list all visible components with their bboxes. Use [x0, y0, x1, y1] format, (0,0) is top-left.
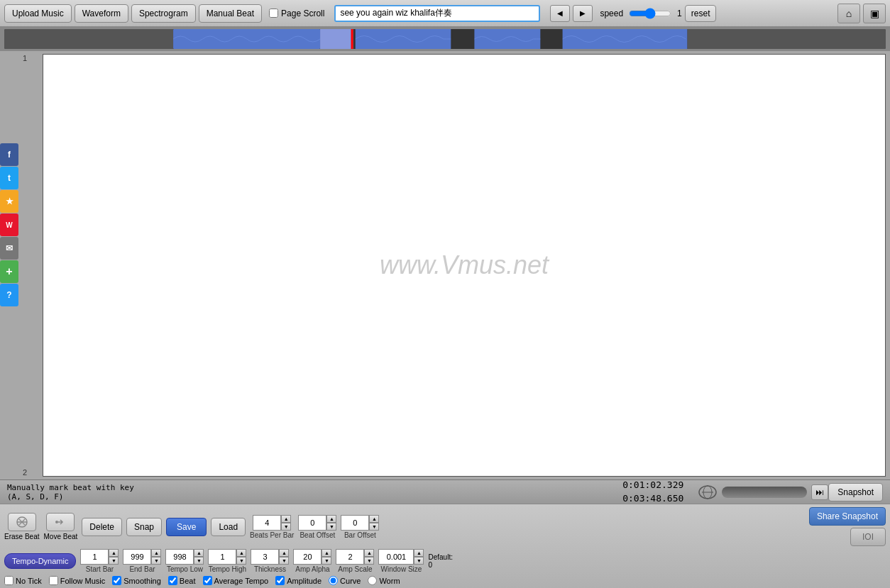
- svg-rect-0: [4, 29, 173, 49]
- beat-offset-up[interactable]: ▲: [326, 515, 336, 523]
- mail-button[interactable]: ✉: [0, 237, 18, 260]
- start-bar-input[interactable]: [80, 549, 109, 565]
- snapshot-button[interactable]: Snapshot: [828, 483, 883, 501]
- tempo-high-down[interactable]: ▼: [236, 557, 246, 565]
- tempo-low-down[interactable]: ▼: [194, 557, 204, 565]
- waveform-button[interactable]: Waveform: [75, 4, 128, 23]
- twitter-button[interactable]: t: [0, 167, 18, 189]
- amp-scale-group: ▲ ▼ Amp Scale: [336, 549, 374, 573]
- follow-music-label[interactable]: Follow Music: [49, 576, 106, 585]
- thickness-down[interactable]: ▼: [279, 557, 289, 565]
- beats-per-bar-up[interactable]: ▲: [281, 515, 291, 523]
- end-bar-up[interactable]: ▲: [151, 549, 161, 557]
- volume-slider[interactable]: [722, 487, 807, 498]
- beat-offset-input[interactable]: [298, 515, 326, 531]
- speed-slider[interactable]: [629, 8, 671, 19]
- time2: 0:03:48.650: [622, 492, 683, 505]
- page-scroll-checkbox[interactable]: [269, 9, 278, 18]
- default-label: Default:: [428, 553, 452, 561]
- bar-offset-down[interactable]: ▼: [369, 523, 379, 531]
- spectrogram-button[interactable]: Spectrogram: [131, 4, 196, 23]
- manual-beat-button[interactable]: Manual Beat: [199, 4, 262, 23]
- iol-button[interactable]: IOI: [850, 528, 886, 546]
- upload-music-button[interactable]: Upload Music: [4, 4, 72, 23]
- bar-offset-up[interactable]: ▲: [369, 515, 379, 523]
- help-icon: ?: [6, 290, 11, 300]
- end-bar-down[interactable]: ▼: [151, 557, 161, 565]
- thickness-input[interactable]: [251, 549, 279, 565]
- home-button[interactable]: ⌂: [837, 4, 860, 23]
- tempo-low-group: ▲ ▼ Tempo Low: [165, 549, 204, 573]
- beat-offset-down[interactable]: ▼: [326, 523, 336, 531]
- help-button[interactable]: ?: [0, 284, 18, 306]
- star-button[interactable]: ★: [0, 190, 18, 213]
- curve-label[interactable]: Curve: [329, 576, 361, 585]
- delete-button[interactable]: Delete: [82, 518, 122, 536]
- average-tempo-label[interactable]: Average Tempo: [203, 576, 269, 585]
- load-button[interactable]: Load: [211, 518, 246, 536]
- speed-area: ◀ ▶ speed 1 reset: [550, 5, 716, 22]
- amp-alpha-down[interactable]: ▼: [322, 557, 331, 565]
- canvas-area[interactable]: www.Vmus.net: [43, 54, 886, 477]
- end-bar-input[interactable]: [123, 549, 151, 565]
- amp-scale-up[interactable]: ▲: [364, 549, 374, 557]
- smoothing-checkbox[interactable]: [112, 576, 121, 585]
- beat-label[interactable]: Beat: [168, 576, 196, 585]
- tempo-high-up[interactable]: ▲: [236, 549, 246, 557]
- weibo-button[interactable]: W: [0, 213, 18, 236]
- amp-scale-down[interactable]: ▼: [364, 557, 374, 565]
- follow-music-checkbox[interactable]: [49, 576, 58, 585]
- svg-rect-5: [452, 29, 474, 49]
- play-button[interactable]: ▶: [573, 5, 593, 22]
- amplitude-checkbox[interactable]: [275, 576, 285, 585]
- tempo-high-input[interactable]: [208, 549, 236, 565]
- waveform-container[interactable]: [4, 29, 886, 49]
- average-tempo-checkbox[interactable]: [203, 576, 212, 585]
- curve-radio[interactable]: [329, 576, 338, 585]
- amp-scale-input[interactable]: [336, 549, 364, 565]
- move-beat-button[interactable]: [46, 513, 75, 531]
- beats-per-bar-down[interactable]: ▼: [281, 523, 291, 531]
- amplitude-label[interactable]: Amplitude: [275, 576, 322, 585]
- move-beat-label: Move Beat: [43, 533, 77, 540]
- waveform-svg: [4, 29, 886, 49]
- beat-checkbox[interactable]: [168, 576, 177, 585]
- worm-radio[interactable]: [368, 576, 377, 585]
- prev-button[interactable]: ◀: [550, 5, 570, 22]
- options-row: Tempo-Dynamic ▲ ▼ Start Bar ▲ ▼ End Bar: [4, 549, 886, 573]
- no-tick-checkbox[interactable]: [4, 576, 13, 585]
- start-bar-down[interactable]: ▼: [109, 557, 119, 565]
- line-number-2: 2: [23, 468, 43, 477]
- thickness-group: ▲ ▼ Thickness: [251, 549, 289, 573]
- no-tick-label[interactable]: No Tick: [4, 576, 42, 585]
- reset-button[interactable]: reset: [685, 5, 717, 22]
- thickness-up[interactable]: ▲: [279, 549, 289, 557]
- start-bar-up[interactable]: ▲: [109, 549, 119, 557]
- page-scroll-area: Page Scroll: [269, 9, 324, 18]
- add-button[interactable]: +: [0, 260, 18, 283]
- worm-label[interactable]: Worm: [368, 576, 400, 585]
- tempo-high-label: Tempo High: [209, 565, 246, 573]
- svg-rect-3: [351, 29, 353, 49]
- chat-button[interactable]: ▣: [863, 4, 886, 23]
- watermark: www.Vmus.net: [380, 250, 549, 280]
- window-size-input[interactable]: [378, 549, 414, 565]
- snap-button[interactable]: Snap: [126, 518, 162, 536]
- beats-per-bar-input[interactable]: [253, 515, 281, 531]
- window-size-down[interactable]: ▼: [414, 557, 424, 565]
- status-text: Manually mark beat with key (A, S, D, F): [7, 483, 622, 501]
- search-input[interactable]: [334, 5, 540, 22]
- tempo-low-input[interactable]: [165, 549, 194, 565]
- tempo-low-up[interactable]: ▲: [194, 549, 204, 557]
- svg-rect-4: [356, 29, 451, 49]
- share-snapshot-button[interactable]: Share Snapshot: [809, 507, 886, 526]
- play-end-button[interactable]: ⏭: [811, 484, 828, 500]
- amp-alpha-label: Amp Alpha: [295, 565, 329, 573]
- amp-alpha-input[interactable]: [293, 549, 322, 565]
- bar-offset-input[interactable]: [341, 515, 369, 531]
- window-size-up[interactable]: ▲: [414, 549, 424, 557]
- amp-alpha-up[interactable]: ▲: [322, 549, 331, 557]
- smoothing-label[interactable]: Smoothing: [112, 576, 161, 585]
- save-button[interactable]: Save: [166, 518, 207, 536]
- facebook-button[interactable]: f: [0, 143, 18, 166]
